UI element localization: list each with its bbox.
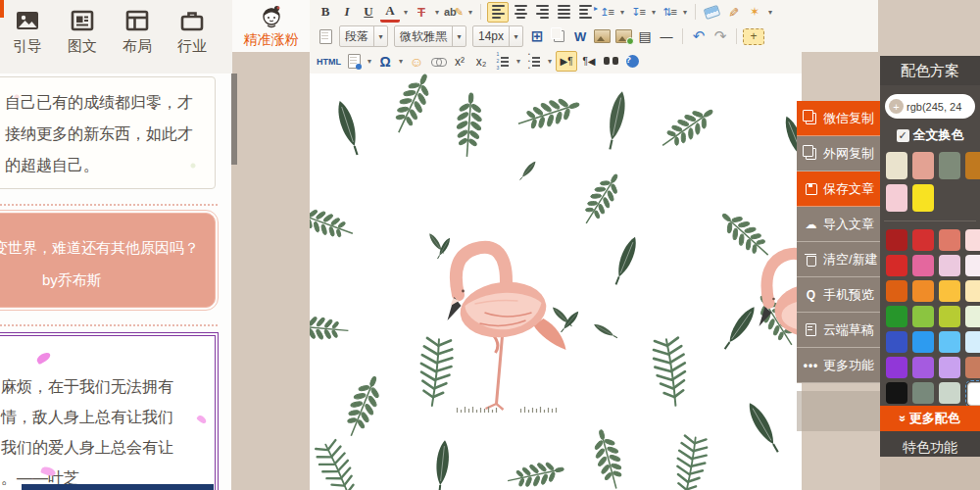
tab-article[interactable]: 图文 [55,0,110,56]
indent-button[interactable]: ▸ [575,3,595,22]
more-colors-button[interactable]: » 更多配色 [880,406,980,431]
tab-industry[interactable]: 行业 [165,0,220,56]
tab-layout[interactable]: 布局 [110,0,165,56]
cloud-draft-button[interactable]: 云端草稿 [797,313,880,348]
underline-button[interactable]: U [359,3,378,22]
caret-down-icon[interactable]: ▾ [514,57,522,66]
mobile-preview-button[interactable]: Q手机预览 [797,277,880,313]
html-source-button[interactable]: HTML [316,52,342,71]
bullet-list-button[interactable]: • • • [524,52,544,71]
emoji-button[interactable]: ☺ [407,52,426,71]
format-brush-button[interactable]: ✎ [724,2,743,22]
wechat-copy-button[interactable]: 微信复制 [797,101,880,136]
editor-canvas[interactable] [310,74,802,490]
color-swatch[interactable] [886,229,907,251]
color-swatch[interactable] [912,229,934,251]
caret-down-icon[interactable]: ▾ [366,57,373,66]
color-swatch[interactable] [912,280,934,302]
caret-down-icon[interactable]: ▾ [546,57,554,66]
help-button[interactable]: ? [622,52,642,71]
external-copy-button[interactable]: 外网复制 [797,136,880,172]
insert-link-button[interactable] [428,52,448,71]
tab-guide[interactable]: 引导 [0,0,55,56]
color-swatch[interactable] [886,184,907,212]
bold-button[interactable]: B [316,3,335,22]
color-swatch[interactable] [886,331,907,353]
undo-button[interactable]: ↶ [689,27,709,46]
template-page-button[interactable] [344,52,364,71]
checkbox-checked-icon[interactable]: ✓ [897,129,909,142]
save-article-button[interactable]: 保存文章 [797,172,880,207]
superscript-button[interactable]: x² [450,52,469,71]
caret-down-icon[interactable]: ▾ [766,8,774,17]
color-swatch[interactable] [912,184,934,212]
template-card-quote-3[interactable]: 麻烦，在于我们无法拥有 情，敌人身上总有让我们 我们的爱人身上总会有让 。——叶… [0,335,216,490]
text-direction-ltr-button[interactable]: ▶¶ [556,51,577,72]
color-swatch[interactable] [912,382,934,404]
find-replace-button[interactable] [601,52,620,71]
color-swatch[interactable] [939,152,960,179]
italic-button[interactable]: I [337,3,357,22]
color-swatch[interactable] [912,255,934,276]
full-text-recolor-toggle[interactable]: ✓ 全文换色 [880,126,980,144]
color-swatch[interactable] [886,255,907,276]
align-right-button[interactable] [532,3,552,22]
font-family-select[interactable]: 微软雅黑▾ [394,25,466,47]
add-color-icon[interactable]: + [889,99,904,114]
paragraph-spacing-button[interactable]: ↥≡ [597,3,616,22]
subscript-button[interactable]: x₂ [471,52,491,71]
caret-down-icon[interactable]: ▾ [402,8,410,17]
line-height-button[interactable]: ↧≡ [628,3,648,22]
font-size-select[interactable]: 14px▾ [472,25,523,47]
caret-down-icon[interactable]: ▾ [681,8,689,17]
text-direction-rtl-button[interactable]: ¶◀ [579,52,599,71]
color-swatch[interactable] [965,152,980,179]
color-swatch[interactable] [939,306,960,327]
magic-wand-button[interactable]: ✶ [745,3,764,22]
color-swatch[interactable] [965,306,980,327]
insert-images-button[interactable] [613,27,633,46]
color-swatch[interactable] [965,280,980,302]
paragraph-format-select[interactable]: 段落▾ [339,25,388,47]
strikethrough-button[interactable]: T [412,3,431,22]
insert-video-button[interactable]: ▤ [635,27,655,46]
template-card-quote-1[interactable]: 自己已有的成绩都归零，才 接纳更多的新东西，如此才 的超越自己。 [0,76,216,189]
color-swatch[interactable] [965,357,980,378]
color-swatch[interactable] [967,382,980,406]
letter-spacing-button[interactable]: ⇅≡ [660,3,679,22]
caret-down-icon[interactable]: ▾ [466,8,474,17]
sidebar-scrollbar-thumb[interactable] [231,74,237,165]
color-swatch[interactable] [939,382,960,404]
paste-image-button[interactable] [549,27,568,46]
more-functions-button[interactable]: •••更多功能 [797,348,880,383]
caret-down-icon[interactable]: ▾ [650,8,658,17]
color-swatch[interactable] [912,331,934,353]
color-swatch[interactable] [939,357,960,378]
ordered-list-button[interactable]: 1 2 3 [493,52,513,71]
color-swatch[interactable] [886,382,907,404]
color-swatch[interactable] [886,280,907,302]
color-swatch[interactable] [939,229,960,251]
fullscreen-toggle-button[interactable]: + [743,28,764,45]
featured-functions-bar[interactable]: 特色功能 [880,431,980,457]
tab-fans-growth[interactable]: 精准涨粉 [232,0,310,52]
caret-down-icon[interactable]: ▾ [433,8,441,17]
color-swatch[interactable] [939,331,960,353]
insert-table-button[interactable]: ⊞ [527,27,547,46]
color-swatch[interactable] [939,280,960,302]
align-left-button[interactable] [487,2,509,23]
sidebar-scrollbar-track[interactable] [231,74,237,490]
color-swatch[interactable] [965,229,980,251]
color-swatch[interactable] [965,255,980,276]
color-swatch[interactable] [965,331,980,353]
redo-button[interactable]: ↷ [710,27,730,46]
format-eraser-button[interactable] [702,3,721,22]
clear-new-button[interactable]: 清空/新建 [797,242,880,277]
special-character-button[interactable]: Ω [375,52,395,71]
color-swatch[interactable] [912,306,934,327]
color-swatch[interactable] [939,255,960,276]
justify-button[interactable] [554,3,573,22]
color-swatch[interactable] [886,357,907,378]
caret-down-icon[interactable]: ▾ [618,8,626,17]
font-color-button[interactable]: A [380,1,400,23]
